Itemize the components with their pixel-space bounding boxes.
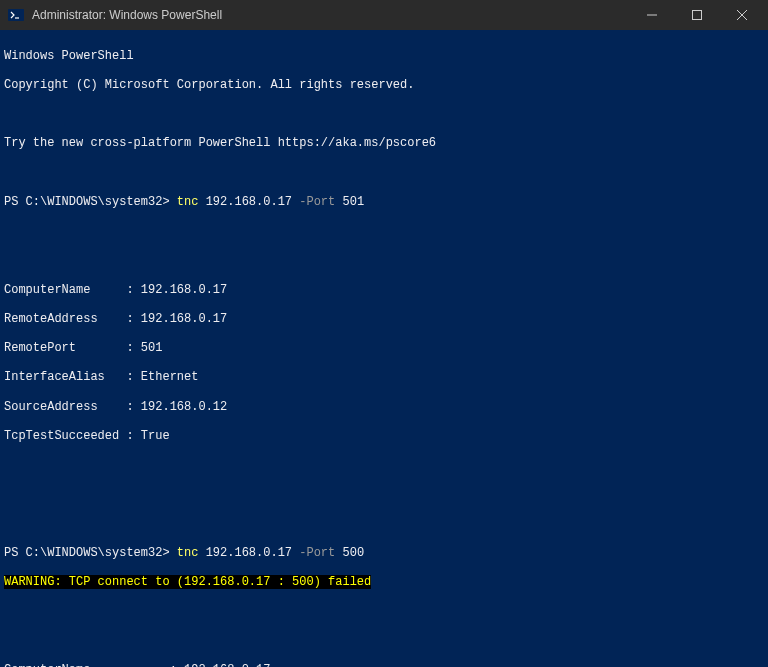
header-line: Windows PowerShell <box>4 49 768 64</box>
blank-line <box>4 517 768 532</box>
prompt: PS C:\WINDOWS\system32> <box>4 546 177 560</box>
blank-line <box>4 487 768 502</box>
blank-line <box>4 107 768 122</box>
svg-rect-0 <box>8 9 24 21</box>
arg-port: 500 <box>342 546 364 560</box>
blank-line <box>4 604 768 619</box>
command-line: PS C:\WINDOWS\system32> tnc 192.168.0.17… <box>4 546 768 561</box>
window-controls <box>629 0 764 30</box>
window-title: Administrator: Windows PowerShell <box>32 8 629 22</box>
powershell-window: Administrator: Windows PowerShell Window… <box>0 0 768 667</box>
result-line: RemoteAddress : 192.168.0.17 <box>4 312 768 327</box>
close-button[interactable] <box>719 0 764 30</box>
cmdlet: tnc <box>177 195 199 209</box>
param-port: -Port <box>299 546 335 560</box>
cmdlet: tnc <box>177 546 199 560</box>
result-line: ComputerName : 192.168.0.17 <box>4 283 768 298</box>
minimize-button[interactable] <box>629 0 674 30</box>
prompt: PS C:\WINDOWS\system32> <box>4 195 177 209</box>
blank-line <box>4 166 768 181</box>
svg-rect-3 <box>692 11 701 20</box>
titlebar[interactable]: Administrator: Windows PowerShell <box>0 0 768 30</box>
command-line: PS C:\WINDOWS\system32> tnc 192.168.0.17… <box>4 195 768 210</box>
arg-ip: 192.168.0.17 <box>206 546 292 560</box>
terminal-output[interactable]: Windows PowerShell Copyright (C) Microso… <box>0 30 768 667</box>
result-line: ComputerName : 192.168.0.17 <box>4 663 768 667</box>
param-port: -Port <box>299 195 335 209</box>
powershell-icon <box>8 7 24 23</box>
result-line: RemotePort : 501 <box>4 341 768 356</box>
warning-line: WARNING: TCP connect to (192.168.0.17 : … <box>4 575 768 590</box>
blank-line <box>4 634 768 649</box>
warning-text: WARNING: TCP connect to (192.168.0.17 : … <box>4 575 371 589</box>
result-line: TcpTestSucceeded : True <box>4 429 768 444</box>
blank-line <box>4 224 768 239</box>
arg-port: 501 <box>342 195 364 209</box>
arg-ip: 192.168.0.17 <box>206 195 292 209</box>
header-line: Copyright (C) Microsoft Corporation. All… <box>4 78 768 93</box>
maximize-button[interactable] <box>674 0 719 30</box>
blank-line <box>4 458 768 473</box>
header-line: Try the new cross-platform PowerShell ht… <box>4 136 768 151</box>
result-line: SourceAddress : 192.168.0.12 <box>4 400 768 415</box>
result-line: InterfaceAlias : Ethernet <box>4 370 768 385</box>
blank-line <box>4 253 768 268</box>
